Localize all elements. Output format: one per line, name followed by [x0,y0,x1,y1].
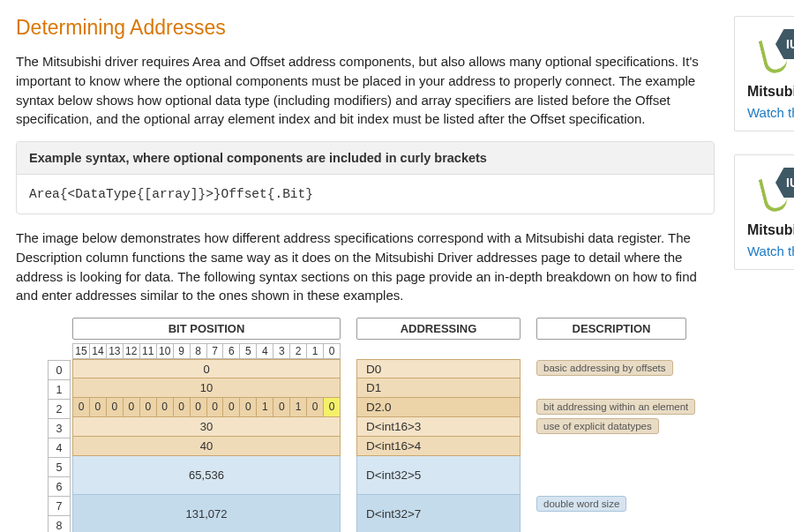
table-row: 0000000000010100D2.0bit addressing withi… [72,398,715,417]
addressing-cell: D1 [356,378,521,398]
card-link[interactable]: Watch the [747,105,794,120]
offset-cell: 4 [49,438,71,458]
bit-label: 6 [223,344,240,359]
addressing-cell: D<int32>5 [356,456,521,495]
bit-label: 0 [324,344,341,359]
description-tag: bit addressing within an element [536,399,695,415]
offset-cell: 8 [49,516,71,532]
bit-label: 13 [107,344,124,359]
bit-label: 11 [140,344,157,359]
description-tag: use of explicit datatypes [536,418,659,434]
offset-column: 012345678910 [48,360,71,532]
bits-cell: 65,536 [72,456,341,495]
page-title: Determining Addresses [16,16,715,40]
bits-cell: 0000000000010100 [72,398,341,417]
offset-cell: 1 [49,380,71,400]
codeblock-caption: Example syntax, where optional component… [17,142,714,175]
header-description: DESCRIPTION [536,318,686,340]
bits-cell: 0 [72,359,341,378]
offset-cell: 2 [49,400,71,419]
bit-label-row: 1514131211109876543210 [72,343,341,359]
offset-cell: 5 [49,458,71,477]
addressing-cell: D<int32>7 [356,495,521,532]
table-row: 10D1 [72,378,715,398]
bit-label: 1 [307,344,324,359]
bit-label: 12 [124,344,140,359]
offset-cell: 3 [49,419,71,438]
offset-cell: 7 [49,497,71,516]
bits-cell: 10 [72,378,341,398]
addressing-cell: D2.0 [356,398,521,417]
addressing-cell: D0 [356,359,521,378]
bit-label: 15 [73,344,90,359]
card-title: Mitsubishi [747,222,794,238]
sidebar-card[interactable]: IU Mitsubishi Watch the [734,16,794,131]
card-title: Mitsubishi [747,84,794,100]
codeblock-code: Area{<DataType{[array]}>}Offset{.Bit} [17,175,714,214]
addressing-diagram: BIT POSITION ADDRESSING DESCRIPTION 1514… [16,318,715,532]
bits-cell: 40 [72,437,341,456]
iu-badge-icon: IU [754,168,794,212]
description-cell: double word size [536,495,626,532]
bits-cell: 30 [72,417,341,437]
bit-label: 4 [257,344,273,359]
addressing-cell: D<int16>3 [356,417,521,437]
bit-label: 3 [273,344,290,359]
iu-badge-icon: IU [754,29,794,73]
table-row: 65,536D<int32>5 [72,456,715,495]
intro-paragraph: The Mitsubishi driver requires Area and … [16,52,715,129]
bit-label: 7 [207,344,224,359]
sidebar: IU Mitsubishi Watch the IU Mitsubishi Wa… [734,16,794,532]
bit-label: 10 [157,344,174,359]
main-content: Determining Addresses The Mitsubishi dri… [16,16,715,532]
description-tag: double word size [536,496,626,512]
description-cell: basic addressing by offsets [536,359,673,378]
bit-label: 5 [240,344,257,359]
bit-label: 9 [174,344,191,359]
table-row: 0D0basic addressing by offsets [72,359,715,378]
description-cell: bit addressing within an element [536,398,695,417]
bits-cell: 131,072 [72,495,341,532]
second-paragraph: The image below demonstrates how differe… [16,229,715,305]
description-cell: use of explicit datatypes [536,417,659,437]
example-syntax-block: Example syntax, where optional component… [16,141,715,214]
bit-label: 14 [90,344,107,359]
card-link[interactable]: Watch the [747,244,794,259]
header-addressing: ADDRESSING [356,318,521,340]
table-row: 30D<int16>3use of explicit datatypes [72,417,715,437]
bit-label: 8 [191,344,207,359]
sidebar-card[interactable]: IU Mitsubishi Watch the [734,154,794,270]
table-row: 40D<int16>4 [72,437,715,456]
addressing-cell: D<int16>4 [356,437,521,456]
table-row: 131,072D<int32>7double word size [72,495,715,532]
header-bit-position: BIT POSITION [72,318,341,340]
offset-cell: 6 [49,477,71,497]
offset-cell: 0 [49,361,71,380]
bit-label: 2 [290,344,307,359]
description-tag: basic addressing by offsets [536,360,673,376]
